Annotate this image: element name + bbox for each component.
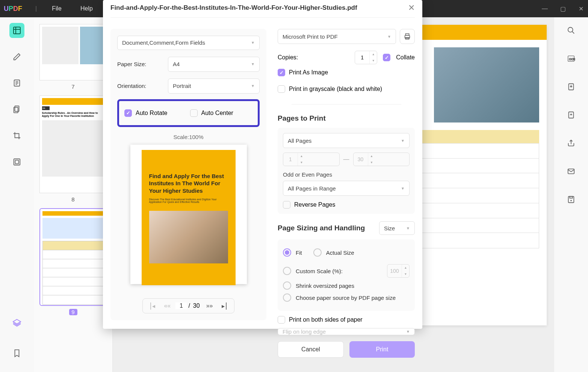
- orientation-value: Portrait: [173, 83, 191, 89]
- preview-image-placeholder: [149, 211, 228, 263]
- chevron-down-icon: ▼: [406, 226, 410, 230]
- spinner-up-icon[interactable]: ▲: [402, 265, 409, 271]
- menu-help[interactable]: Help: [80, 5, 93, 12]
- bookmark-icon[interactable]: [9, 346, 24, 361]
- actual-size-label: Actual Size: [326, 250, 354, 256]
- crop-tool-icon[interactable]: [9, 128, 24, 143]
- printer-value: Microsoft Print to PDF: [283, 33, 338, 40]
- share-icon[interactable]: [564, 136, 579, 151]
- page-range-select[interactable]: All Pages ▼: [283, 133, 410, 148]
- spinner-down-icon[interactable]: ▼: [368, 159, 375, 166]
- pencil-tool-icon[interactable]: [9, 49, 24, 64]
- copies-input[interactable]: ▲▼: [355, 51, 377, 64]
- custom-scale-radio[interactable]: [283, 267, 291, 275]
- paper-size-select[interactable]: A4 ▼: [168, 57, 260, 72]
- page-thumbnail[interactable]: 04 Scholarship Rules - An Overview and H…: [39, 95, 107, 193]
- save-icon[interactable]: [564, 192, 579, 207]
- attach-icon[interactable]: [564, 107, 579, 122]
- print-as-image-checkbox[interactable]: [278, 69, 285, 76]
- layers-icon[interactable]: [9, 316, 24, 331]
- svg-rect-12: [568, 197, 574, 203]
- range-to-field[interactable]: [354, 153, 368, 166]
- spinner-up-icon[interactable]: ▲: [298, 153, 305, 159]
- paper-source-radio[interactable]: [283, 293, 291, 302]
- grayscale-checkbox[interactable]: [278, 85, 285, 93]
- cancel-button[interactable]: Cancel: [278, 341, 344, 358]
- watermark-tool-icon[interactable]: [9, 154, 24, 169]
- printer-select[interactable]: Microsoft Print to PDF ▼: [278, 29, 396, 44]
- close-icon[interactable]: ✕: [408, 3, 415, 13]
- odd-even-label: Odd or Even Pages: [283, 171, 410, 178]
- orientation-select[interactable]: Portrait ▼: [168, 79, 260, 94]
- thumbnail-panel: 7 04 Scholarship Rules - An Overview and…: [34, 17, 113, 372]
- prev-page-icon[interactable]: ««: [160, 302, 174, 309]
- shrink-radio[interactable]: [283, 281, 291, 290]
- page-separator: /: [188, 302, 190, 309]
- spinner-down-icon[interactable]: ▼: [370, 57, 377, 64]
- spinner-down-icon[interactable]: ▼: [402, 271, 409, 277]
- first-page-icon[interactable]: ⎮◂: [145, 302, 159, 310]
- pages-tool-icon[interactable]: [9, 102, 24, 117]
- page-range-value: All Pages: [288, 138, 311, 144]
- flip-select[interactable]: Flip on long edge ▼: [278, 328, 415, 335]
- range-to-input[interactable]: ▲▼: [353, 153, 410, 166]
- odd-even-select[interactable]: All Pages in Range ▼: [283, 181, 410, 196]
- print-preview-panel: Document,Comment,Form Fields ▼ Paper Siz…: [110, 29, 266, 320]
- right-toolbar: OCR: [554, 17, 588, 372]
- orientation-label: Orientation:: [117, 83, 168, 89]
- custom-scale-input[interactable]: ▲▼: [387, 264, 410, 278]
- svg-rect-0: [14, 27, 20, 34]
- reverse-pages-checkbox[interactable]: [283, 201, 290, 209]
- thumbnail-tool-icon[interactable]: [9, 23, 24, 38]
- next-page-icon[interactable]: »»: [203, 302, 216, 309]
- flip-value: Flip on long edge: [283, 328, 326, 335]
- printer-properties-icon[interactable]: [400, 29, 415, 44]
- chevron-down-icon: ▼: [406, 330, 410, 334]
- spinner-up-icon[interactable]: ▲: [368, 153, 375, 159]
- fit-radio[interactable]: [283, 248, 291, 257]
- range-from-field[interactable]: [283, 153, 298, 166]
- size-mode-select[interactable]: Size ▼: [379, 221, 415, 235]
- email-icon[interactable]: [564, 164, 579, 179]
- thumb-number-8: 8: [38, 196, 109, 203]
- page-number-input[interactable]: [175, 302, 187, 309]
- page-thumbnail[interactable]: [39, 24, 107, 80]
- shrink-label: Shrink oversized pages: [296, 283, 354, 289]
- spinner-up-icon[interactable]: ▲: [370, 51, 377, 57]
- preview-subtitle: Discover The Best Educational Institutes…: [149, 198, 228, 203]
- divider: [292, 104, 401, 104]
- note-tool-icon[interactable]: [9, 76, 24, 91]
- print-as-image-label: Print As Image: [289, 69, 328, 76]
- custom-scale-field[interactable]: [387, 265, 402, 277]
- menu-file[interactable]: File: [52, 5, 62, 12]
- close-window-icon[interactable]: ✕: [577, 5, 584, 12]
- page-total: 30: [193, 302, 200, 309]
- maximize-icon[interactable]: ▢: [559, 5, 566, 12]
- range-dash: —: [343, 156, 349, 163]
- spinner-down-icon[interactable]: ▼: [298, 159, 305, 166]
- ocr-icon[interactable]: OCR: [564, 51, 579, 66]
- content-type-select[interactable]: Document,Comment,Form Fields ▼: [117, 36, 260, 50]
- collate-checkbox[interactable]: [383, 54, 390, 61]
- copies-field[interactable]: [355, 51, 369, 64]
- actual-size-radio[interactable]: [313, 248, 322, 257]
- duplex-checkbox[interactable]: [278, 316, 285, 324]
- auto-rotate-label: Auto Rotate: [136, 110, 168, 116]
- window-controls: — ▢ ✕: [541, 5, 584, 12]
- auto-rotate-checkbox[interactable]: [124, 109, 132, 117]
- pages-to-print-box: All Pages ▼ ▲▼ — ▲▼ Odd or Even Pages: [278, 128, 415, 214]
- odd-even-value: All Pages in Range: [288, 185, 336, 192]
- print-button[interactable]: Print: [349, 341, 415, 358]
- auto-center-checkbox[interactable]: [190, 109, 198, 117]
- page-thumbnail-active[interactable]: [39, 208, 107, 306]
- last-page-icon[interactable]: ▸⎮: [218, 302, 231, 310]
- sizing-title: Page Sizing and Handling: [278, 224, 365, 232]
- svg-text:OCR: OCR: [569, 57, 575, 61]
- chevron-down-icon: ▼: [251, 84, 255, 88]
- search-icon[interactable]: [564, 23, 579, 38]
- svg-rect-2: [15, 106, 19, 112]
- range-from-input[interactable]: ▲▼: [283, 153, 340, 166]
- convert-icon[interactable]: [564, 79, 579, 94]
- minimize-icon[interactable]: —: [541, 5, 548, 12]
- preview-title: Find and Apply For the Best Institutes I…: [149, 172, 228, 195]
